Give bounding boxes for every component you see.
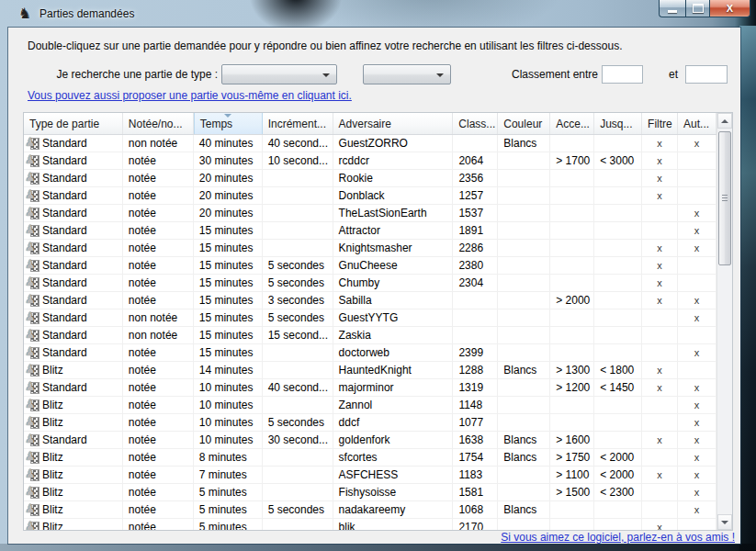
- minimize-button[interactable]: [659, 0, 685, 17]
- table-row[interactable]: Standardnotée15 minutesKnightsmasher2286…: [24, 240, 717, 257]
- scroll-up-button[interactable]: [717, 113, 732, 129]
- cell-opponent: blik: [333, 519, 454, 530]
- table-row[interactable]: Standardnon notée40 minutes40 second...G…: [24, 135, 717, 152]
- cell-rating: 1581: [453, 484, 498, 500]
- column-header-opponent[interactable]: Adversaire: [333, 113, 454, 134]
- game-type-text: Standard: [42, 309, 87, 326]
- scrollbar-thumb[interactable]: [718, 131, 731, 265]
- table-row[interactable]: Standardnotée15 minutes5 secondesGnuChee…: [24, 257, 717, 275]
- cell-filter: x: [642, 432, 678, 448]
- game-type-text: Standard: [42, 257, 87, 274]
- share-software-link[interactable]: Si vous aimez ce logiciel, parlez-en à v…: [501, 531, 735, 544]
- column-header-rating[interactable]: Class...: [453, 113, 498, 134]
- table-row[interactable]: Standardnotée20 minutesTheLastSionEarth1…: [24, 205, 717, 222]
- cell-accept-max: [594, 292, 642, 309]
- rating-min-input[interactable]: [602, 65, 643, 84]
- column-header-filter[interactable]: Filtre: [642, 113, 678, 134]
- cell-rating: [453, 292, 498, 309]
- cell-accept-min: [550, 275, 594, 291]
- table-row[interactable]: Standardnon notée15 minutes15 second...Z…: [24, 327, 717, 344]
- chess-piece-icon: [26, 137, 39, 151]
- cell-color: [498, 275, 550, 291]
- table-row[interactable]: Standardnotée20 minutesRookie2356x: [24, 170, 717, 187]
- cell-time: 15 minutes: [194, 222, 263, 239]
- table-row[interactable]: Standardnotée15 minutesdoctorweb2399x: [24, 344, 717, 362]
- cell-increment: 5 secondes: [263, 257, 333, 274]
- cell-rating: 1319: [453, 379, 498, 396]
- cell-accept-max: [594, 275, 642, 291]
- cell-color: Blancs: [498, 501, 550, 518]
- close-button[interactable]: X: [710, 0, 750, 17]
- chess-piece-icon: [26, 503, 39, 517]
- column-header-time[interactable]: Temps: [194, 113, 263, 134]
- table-row[interactable]: Standardnon notée15 minutes5 secondesGue…: [24, 309, 717, 327]
- game-type-select[interactable]: [221, 64, 337, 84]
- table-row[interactable]: Blitznotée7 minutesASFCHESS1183> 1100< 2…: [24, 467, 717, 484]
- table-header-row: Type de partieNotée/no...TempsIncrément.…: [24, 113, 717, 135]
- table-row[interactable]: Blitznotée5 minutes5 secondesnadakareemy…: [24, 501, 717, 519]
- rating-max-input[interactable]: [685, 65, 728, 84]
- table-row[interactable]: Blitznotée10 minutesZannol1148x: [24, 397, 717, 414]
- cell-auto: x: [678, 309, 717, 326]
- chess-piece-icon: [26, 451, 39, 465]
- cell-accept-min: > 1200: [550, 379, 594, 396]
- maximize-button[interactable]: [685, 0, 710, 17]
- vertical-scrollbar[interactable]: [717, 113, 732, 530]
- column-header-auto[interactable]: Aut...: [678, 113, 717, 134]
- table-row[interactable]: Blitznotée8 minutessfcortes1754Blancs> 1…: [24, 449, 717, 467]
- column-header-accept-min[interactable]: Acce...: [550, 113, 594, 134]
- cell-rated: notée: [123, 170, 194, 186]
- scroll-down-button[interactable]: [717, 514, 732, 530]
- cell-type: Standard: [24, 187, 123, 204]
- cell-time: 20 minutes: [194, 205, 263, 221]
- cell-rating: 2064: [453, 152, 498, 169]
- column-header-label: Temps: [200, 118, 232, 130]
- table-row[interactable]: Standardnotée15 minutes3 secondesSabilla…: [24, 292, 717, 309]
- column-header-color[interactable]: Couleur: [498, 113, 550, 134]
- propose-game-link[interactable]: Vous pouvez aussi proposer une partie vo…: [28, 89, 352, 102]
- cell-color: [498, 187, 550, 204]
- table-row[interactable]: Standardnotée20 minutesDonblack1257x: [24, 187, 717, 205]
- cell-type: Standard: [24, 170, 123, 186]
- cell-filter: x: [642, 257, 678, 274]
- table-row[interactable]: Blitznotée5 minutesblik2170x: [24, 519, 717, 530]
- cell-opponent: HauntedKnight: [333, 362, 454, 378]
- cell-filter: [642, 484, 678, 500]
- table-row[interactable]: Standardnotée10 minutes30 second...golde…: [24, 432, 717, 449]
- cell-time: 10 minutes: [194, 379, 263, 396]
- cell-rated: notée: [123, 205, 194, 221]
- column-header-rated[interactable]: Notée/no...: [123, 113, 194, 134]
- cell-increment: 5 secondes: [263, 414, 333, 431]
- chess-piece-icon: [26, 399, 39, 412]
- cell-filter: [642, 309, 678, 326]
- table-row[interactable]: Standardnotée10 minutes40 second...major…: [24, 379, 717, 397]
- cell-rated: notée: [123, 449, 194, 466]
- cell-opponent: Zaskia: [333, 327, 454, 343]
- column-header-type[interactable]: Type de partie: [24, 113, 123, 134]
- cell-filter: [642, 327, 678, 343]
- cell-opponent: GuestZORRO: [333, 135, 454, 152]
- column-header-increment[interactable]: Incrément...: [263, 113, 333, 134]
- table-row[interactable]: Blitznotée5 minutesFishysoisse1581> 1500…: [24, 484, 717, 501]
- cell-auto: [678, 362, 717, 378]
- cell-rating: [453, 309, 498, 326]
- table-row[interactable]: Standardnotée15 minutesAttractor1891x: [24, 222, 717, 240]
- table-row[interactable]: Blitznotée14 minutesHauntedKnight1288Bla…: [24, 362, 717, 379]
- cell-auto: x: [678, 414, 717, 431]
- cell-color: [498, 344, 550, 361]
- cell-accept-min: > 1500: [550, 484, 594, 500]
- game-subtype-select[interactable]: [363, 64, 451, 84]
- column-header-label: Notée/no...: [129, 118, 183, 130]
- table-row[interactable]: Standardnotée30 minutes10 second...rcddc…: [24, 152, 717, 170]
- column-header-accept-max[interactable]: Jusq...: [594, 113, 642, 134]
- cell-auto: [678, 257, 717, 274]
- table-row[interactable]: Blitznotée10 minutes5 secondesddcf1077x: [24, 414, 717, 432]
- titlebar[interactable]: ♞ Parties demandées X: [0, 0, 756, 28]
- cell-color: [498, 292, 550, 309]
- cell-auto: x: [678, 379, 717, 396]
- cell-filter: x: [642, 519, 678, 530]
- cell-accept-min: [550, 309, 594, 326]
- cell-rated: notée: [123, 379, 194, 396]
- table-row[interactable]: Standardnotée15 minutes5 secondesChumby2…: [24, 275, 717, 292]
- cell-filter: x: [642, 170, 678, 186]
